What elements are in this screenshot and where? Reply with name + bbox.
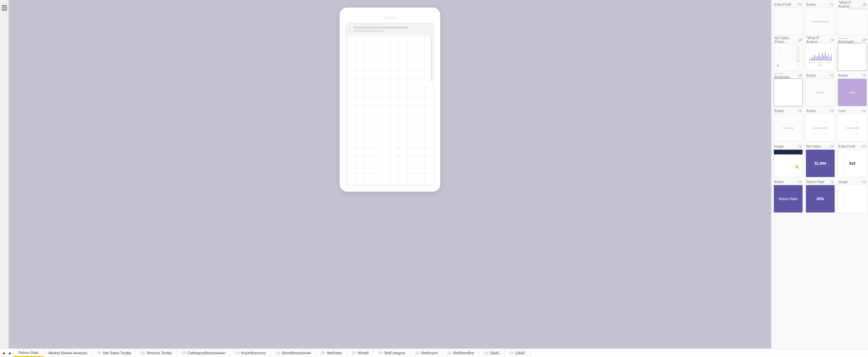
page-tab[interactable]: Market Basket Analysis (44, 349, 92, 357)
page-tab[interactable]: WhatIf (347, 349, 374, 357)
hidden-page-icon (379, 352, 382, 354)
tile-title: Card (838, 109, 846, 113)
visuals-panel[interactable]: Extra Profit$24ButtonProfit Increase"Wha… (771, 0, 868, 348)
left-rail (0, 0, 9, 348)
tile-title: Net Sales (Forec... (774, 36, 798, 44)
visibility-eye-icon[interactable] (798, 3, 802, 6)
page-tab-strip: ◀ ▶ Return RateMarket Basket AnalysisNet… (0, 348, 868, 357)
visibility-eye-icon[interactable] (862, 180, 866, 183)
visibility-eye-icon[interactable] (830, 145, 834, 148)
visibility-eye-icon[interactable] (862, 74, 866, 77)
tab-label: RetStoreBre (453, 351, 474, 355)
visual-tile[interactable]: --------Bookmark... (774, 72, 803, 106)
svg-rect-1 (2, 7, 4, 9)
tile-preview[interactable]: Prediction Test Case (838, 8, 867, 35)
tile-title: Extra Profit (774, 3, 791, 6)
tab-nav: ◀ ▶ (0, 349, 14, 357)
tile-preview[interactable] (838, 43, 867, 71)
visual-tile[interactable]: ButtonReturn Rate (774, 179, 803, 213)
svg-rect-3 (2, 9, 7, 11)
tile-preview[interactable]: Extra Profit (806, 114, 835, 142)
visual-tile[interactable]: Image (838, 179, 867, 213)
mobile-layout-icon[interactable] (1, 5, 8, 11)
page-tab[interactable]: Q&A2 (505, 349, 530, 357)
tile-preview[interactable]: Tabular (806, 78, 835, 106)
visibility-eye-icon[interactable] (830, 3, 834, 6)
tile-title: Image (774, 145, 784, 148)
visual-tile[interactable]: ButtonProfit Increase (806, 1, 835, 35)
tile-title: Return Rate (806, 180, 825, 184)
visual-tile[interactable]: --------Bookmark... (838, 37, 867, 71)
visual-tile[interactable]: Return Rate26% (806, 179, 835, 213)
page-tab[interactable]: RetCategory (374, 349, 411, 357)
tile-preview[interactable]: 26% (806, 185, 835, 213)
mini-chart: Jan 2019Mar 20...May 2...Date (808, 48, 833, 66)
tile-text: $24 (849, 161, 855, 165)
chevron-left-icon[interactable]: ‹ (349, 26, 351, 32)
tile-text: Profit Increase (811, 20, 829, 23)
phone-layout-grid[interactable] (348, 37, 432, 184)
tile-preview[interactable]: $1,984 (806, 149, 835, 177)
canvas-area[interactable]: ‹ (9, 0, 771, 348)
page-tab[interactable]: StoreBreackdown (271, 349, 317, 357)
tile-title: "What If" Analysi... (838, 1, 863, 8)
page-tab[interactable]: CathegoryBreackdown (177, 349, 231, 357)
tile-preview[interactable]: Forecast (774, 114, 803, 142)
tab-label: KeyInfluencers (241, 351, 266, 355)
visibility-eye-icon[interactable] (830, 74, 834, 77)
scrollbar[interactable] (431, 37, 432, 81)
visual-tile[interactable]: ButtonExtra Profit (806, 108, 835, 142)
tile-preview[interactable]: $24 (774, 8, 803, 35)
page-tab[interactable]: Return Rate (14, 349, 44, 357)
visual-tile[interactable]: ButtonTabular (806, 72, 835, 106)
visual-tile[interactable]: Image↖ (774, 143, 803, 177)
visual-tile[interactable]: Net Sales$1,984 (806, 143, 835, 177)
page-tab[interactable]: NetSales (316, 349, 347, 357)
tab-prev-button[interactable]: ◀ (0, 349, 7, 357)
visibility-eye-icon[interactable] (798, 145, 802, 148)
visual-tile[interactable]: Net Sales (Forec...+−⌂⊕●⬤ⓘ (774, 37, 803, 71)
tile-preview[interactable]: Office 365 (838, 114, 867, 142)
hidden-page-icon (510, 352, 513, 354)
page-tab[interactable]: Net Sales Tooltip (92, 349, 136, 357)
visibility-eye-icon[interactable] (798, 74, 802, 77)
visual-tile[interactable]: "What If" Analysi...Jan 2019Mar 20...May… (806, 37, 835, 71)
tile-preview[interactable]: $24 (838, 149, 867, 177)
tile-preview[interactable]: Profit Increase (806, 8, 835, 35)
page-tab[interactable]: KeyInfluencers (231, 349, 271, 357)
visual-tile[interactable]: "What If" Analysi...Prediction Test Case (838, 1, 867, 35)
visual-tile[interactable]: ButtonForecast (774, 108, 803, 142)
visual-tile[interactable]: CardOffice 365 (838, 108, 867, 142)
tile-legend: Prediction Test Case (849, 8, 867, 10)
image-header-bar (774, 150, 803, 154)
visual-tile[interactable]: Extra Profit$24 (774, 1, 803, 35)
phone-screen[interactable]: ‹ (346, 23, 434, 185)
tile-preview[interactable]: Return Rate (774, 185, 803, 213)
visual-tile[interactable]: ButtonMap (838, 72, 867, 106)
visibility-eye-icon[interactable] (798, 39, 802, 41)
tile-preview[interactable]: +−⌂⊕●⬤ⓘ (774, 43, 803, 71)
tile-preview[interactable]: Map (838, 78, 867, 106)
hidden-page-icon (276, 352, 280, 354)
visibility-eye-icon[interactable] (862, 109, 866, 112)
tile-title: --------Bookmark... (774, 72, 798, 79)
tile-preview[interactable]: Jan 2019Mar 20...May 2...Date (806, 43, 835, 71)
page-tab[interactable]: RetStoreBre (443, 349, 479, 357)
visual-tile[interactable]: Extra Profit$24 (838, 143, 867, 177)
visibility-eye-icon[interactable] (863, 39, 866, 41)
page-tab[interactable]: Q&A1 (479, 349, 505, 357)
visibility-eye-icon[interactable] (830, 39, 834, 41)
tile-preview[interactable] (838, 185, 867, 213)
visibility-eye-icon[interactable] (862, 145, 866, 148)
page-tab[interactable]: RetKeyInf (411, 349, 443, 357)
tile-preview[interactable]: ↖ (774, 149, 803, 177)
visibility-eye-icon[interactable] (798, 109, 802, 112)
visibility-eye-icon[interactable] (830, 180, 834, 183)
page-tab[interactable]: Returns Tooltip (136, 349, 177, 357)
tab-next-button[interactable]: ▶ (7, 349, 14, 357)
visibility-eye-icon[interactable] (830, 109, 834, 112)
visibility-eye-icon[interactable] (863, 3, 866, 6)
visibility-eye-icon[interactable] (798, 180, 802, 183)
tile-preview[interactable] (774, 78, 803, 106)
tab-label: Returns Tooltip (147, 351, 172, 355)
